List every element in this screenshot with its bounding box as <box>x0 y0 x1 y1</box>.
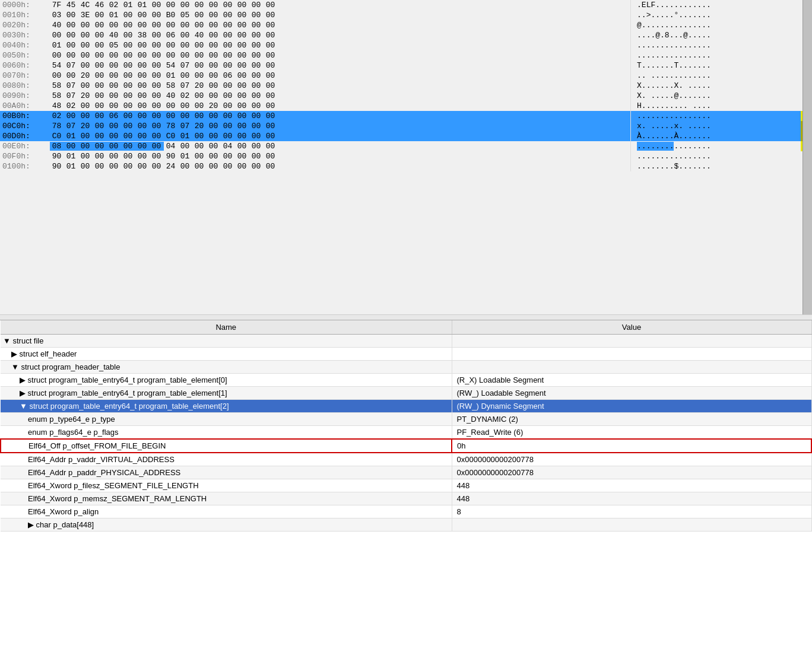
hex-bytes[interactable]: 58070000000000005807200000000000 <box>50 81 631 91</box>
hex-bytes[interactable]: 54070000000000005407000000000000 <box>50 61 631 71</box>
hex-bytes[interactable]: 00002000000000000100000006000000 <box>50 71 631 81</box>
hex-row[interactable]: 00C0h:78072000000000007807200000000000x.… <box>0 121 802 131</box>
template-row[interactable]: enum p_type64_e p_typePT_DYNAMIC (2) <box>1 413 811 426</box>
hex-ascii: T.......T....... <box>631 61 802 71</box>
template-value-cell: 8 <box>452 505 811 518</box>
template-row[interactable]: Elf64_Xword p_filesz_SEGMENT_FILE_LENGTH… <box>1 479 811 492</box>
template-row[interactable]: ▶ char p_data[448] <box>1 518 811 532</box>
template-row[interactable]: Elf64_Off p_offset_FROM_FILE_BEGIN0h <box>1 439 811 453</box>
hex-scrollbar[interactable] <box>803 0 812 314</box>
hex-bytes[interactable]: 08000000000000000400000004000000 <box>50 141 631 151</box>
hex-ascii: H.......... .... <box>631 101 802 111</box>
template-row[interactable]: ▶ struct program_table_entry64_t program… <box>1 374 811 387</box>
template-name-cell: Elf64_Addr p_paddr_PHYSICAL_ADDRESS <box>1 466 452 479</box>
hex-row[interactable]: 0020h:40000000000000000000000000000000@.… <box>0 20 802 30</box>
hex-bytes[interactable]: 00000000000000000000000000000000 <box>50 50 631 61</box>
hex-bytes[interactable]: 03003E0001000000B005000000000000 <box>50 10 631 20</box>
hex-row[interactable]: 00F0h:90010000000000009001000000000000..… <box>0 151 802 161</box>
hex-address: 0000h: <box>0 0 50 10</box>
template-name-cell: ▼ struct program_table_entry64_t program… <box>1 400 452 413</box>
template-name-cell: ▶ char p_data[448] <box>1 518 452 532</box>
template-row[interactable]: Elf64_Addr p_vaddr_VIRTUAL_ADDRESS0x0000… <box>1 453 811 466</box>
hex-editor-section: 0000h:7F454C46020101000000000000000000.E… <box>0 0 812 314</box>
template-table: Name Value ▼ struct file▶ struct elf_hea… <box>0 320 812 532</box>
hex-bytes[interactable]: 40000000000000000000000000000000 <box>50 20 631 30</box>
hex-row[interactable]: 0060h:54070000000000005407000000000000T.… <box>0 61 802 71</box>
hex-address: 0040h: <box>0 40 50 50</box>
hex-address: 0060h: <box>0 61 50 71</box>
hex-bytes[interactable]: 48020000000000000000002000000000 <box>50 101 631 111</box>
template-row[interactable]: ▶ struct program_table_entry64_t program… <box>1 387 811 400</box>
hex-ascii: X.......X. ..... <box>631 81 802 91</box>
template-row[interactable]: enum p_flags64_e p_flagsPF_Read_Write (6… <box>1 426 811 440</box>
hex-bytes[interactable]: 78072000000000007807200000000000 <box>50 121 631 131</box>
hex-row[interactable]: 0080h:58070000000000005807200000000000X.… <box>0 81 802 91</box>
hex-ascii: x. .....x. ..... <box>631 121 802 131</box>
template-name-cell: ▼ struct program_header_table <box>1 361 452 374</box>
hex-row[interactable]: 0070h:00002000000000000100000006000000..… <box>0 71 802 81</box>
template-name-cell: ▶ struct program_table_entry64_t program… <box>1 374 452 387</box>
template-value-cell: (RW_) Dynamic Segment <box>452 400 811 413</box>
template-row[interactable]: Elf64_Xword p_memsz_SEGMENT_RAM_LENGTH44… <box>1 492 811 505</box>
hex-ascii: ................ <box>631 50 802 61</box>
hex-bytes[interactable]: 02000000060000000000000000000000 <box>50 111 631 121</box>
template-row[interactable]: ▼ struct program_table_entry64_t program… <box>1 400 811 413</box>
template-name-cell: ▶ struct program_table_entry64_t program… <box>1 387 452 400</box>
template-value-cell: 0x0000000000200778 <box>452 453 811 466</box>
hex-address: 0010h: <box>0 10 50 20</box>
hex-row[interactable]: 00A0h:48020000000000000000002000000000H.… <box>0 101 802 111</box>
template-value-cell <box>452 518 811 532</box>
hex-row[interactable]: 0100h:90010000000000002400000000000000..… <box>0 161 802 171</box>
hex-ascii: ................ <box>631 151 802 161</box>
template-value-cell <box>452 335 811 348</box>
hex-address: 0050h: <box>0 50 50 61</box>
hex-row[interactable]: 0090h:58072000000000004002000000000000X.… <box>0 91 802 101</box>
hex-content[interactable]: 0000h:7F454C46020101000000000000000000.E… <box>0 0 803 314</box>
hex-ascii: ................ <box>631 111 802 121</box>
hex-ascii: ..>.....°....... <box>631 10 802 20</box>
template-name-cell: Elf64_Xword p_memsz_SEGMENT_RAM_LENGTH <box>1 492 452 505</box>
hex-bytes[interactable]: 7F454C46020101000000000000000000 <box>50 0 631 10</box>
hex-table: 0000h:7F454C46020101000000000000000000.E… <box>0 0 803 171</box>
hex-address: 0090h: <box>0 91 50 101</box>
template-value-cell: PF_Read_Write (6) <box>452 426 811 440</box>
template-value-cell: PT_DYNAMIC (2) <box>452 413 811 426</box>
template-name-cell: enum p_flags64_e p_flags <box>1 426 452 440</box>
hex-ascii: ................ <box>631 40 802 50</box>
template-name-cell: Elf64_Xword p_align <box>1 505 452 518</box>
hex-row[interactable]: 00E0h:08000000000000000400000004000000..… <box>0 141 802 151</box>
hex-address: 00D0h: <box>0 131 50 141</box>
template-name-cell: Elf64_Xword p_filesz_SEGMENT_FILE_LENGTH <box>1 479 452 492</box>
hex-address: 0020h: <box>0 20 50 30</box>
template-name-cell: ▼ struct file <box>1 335 452 348</box>
hex-address: 00C0h: <box>0 121 50 131</box>
hex-bytes[interactable]: 00000000400038000600400000000000 <box>50 30 631 40</box>
hex-ascii: X. .....@....... <box>631 91 802 101</box>
hex-row[interactable]: 0050h:00000000000000000000000000000000..… <box>0 50 802 61</box>
template-value-cell: (R_X) Loadable Segment <box>452 374 811 387</box>
hex-bytes[interactable]: 58072000000000004002000000000000 <box>50 91 631 101</box>
hex-row[interactable]: 0030h:00000000400038000600400000000000..… <box>0 30 802 40</box>
hex-row[interactable]: 00D0h:C001000000000000C001000000000000À.… <box>0 131 802 141</box>
hex-ascii: ........$....... <box>631 161 802 171</box>
hex-bytes[interactable]: C001000000000000C001000000000000 <box>50 131 631 141</box>
hex-row[interactable]: 0010h:03003E0001000000B005000000000000..… <box>0 10 802 20</box>
hex-address: 0100h: <box>0 161 50 171</box>
hex-bytes[interactable]: 01000000050000000000000000000000 <box>50 40 631 50</box>
template-row[interactable]: ▶ struct elf_header <box>1 348 811 361</box>
template-row[interactable]: ▼ struct file <box>1 335 811 348</box>
hex-row[interactable]: 0040h:01000000050000000000000000000000..… <box>0 40 802 50</box>
template-name-cell: ▶ struct elf_header <box>1 348 452 361</box>
template-row[interactable]: Elf64_Addr p_paddr_PHYSICAL_ADDRESS0x000… <box>1 466 811 479</box>
template-value-cell <box>452 348 811 361</box>
hex-bytes[interactable]: 90010000000000002400000000000000 <box>50 161 631 171</box>
hex-row[interactable]: 0000h:7F454C46020101000000000000000000.E… <box>0 0 802 10</box>
hex-row[interactable]: 00B0h:02000000060000000000000000000000..… <box>0 111 802 121</box>
template-row[interactable]: ▼ struct program_header_table <box>1 361 811 374</box>
hex-address: 00A0h: <box>0 101 50 111</box>
template-name-cell: Elf64_Addr p_vaddr_VIRTUAL_ADDRESS <box>1 453 452 466</box>
hex-bytes[interactable]: 90010000000000009001000000000000 <box>50 151 631 161</box>
template-row[interactable]: Elf64_Xword p_align8 <box>1 505 811 518</box>
template-results-section: Name Value ▼ struct file▶ struct elf_hea… <box>0 314 812 649</box>
hex-ascii: .. ............. <box>631 71 802 81</box>
